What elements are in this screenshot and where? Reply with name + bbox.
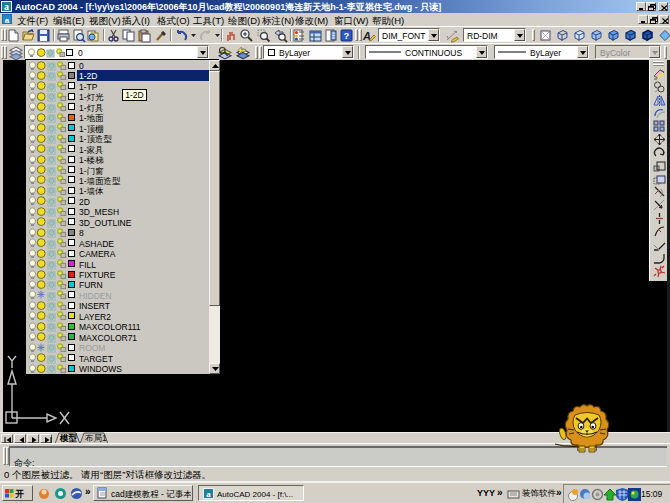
svg-text:a: a (206, 489, 211, 499)
svg-text:a: a (5, 16, 10, 25)
svg-text:a: a (4, 1, 9, 12)
svg-text:?: ? (344, 30, 350, 41)
